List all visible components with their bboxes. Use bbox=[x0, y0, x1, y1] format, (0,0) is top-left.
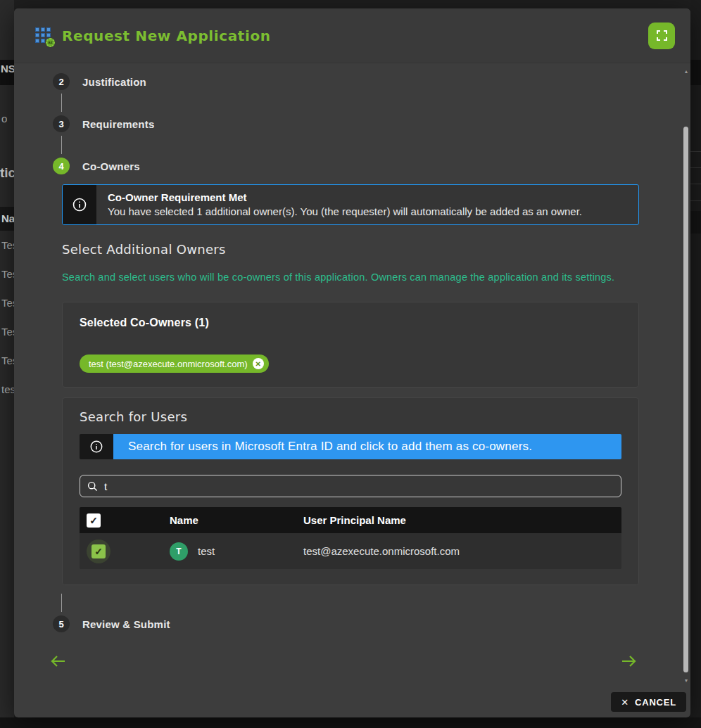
dialog-body: 2 Justification 3 Requirements 4 Co-Owne… bbox=[14, 63, 690, 670]
column-header-name: Name bbox=[170, 514, 303, 526]
step-number-badge-active: 4 bbox=[53, 158, 70, 174]
step-label: Review & Submit bbox=[82, 618, 170, 630]
background-peek-text: Na bbox=[1, 212, 15, 224]
background-page-bottom bbox=[0, 717, 701, 728]
checkbox-halo: ✓ bbox=[87, 539, 110, 563]
stepper-connector bbox=[61, 94, 62, 112]
selected-co-owners-card: Selected Co-Owners (1) test (test@azexec… bbox=[62, 302, 639, 388]
dialog-header: az Request New Application bbox=[14, 8, 690, 63]
banner-text: Search for users in Microsoft Entra ID a… bbox=[128, 440, 532, 454]
selected-owner-chip[interactable]: test (test@azexecute.onmicrosoft.com) ✕ bbox=[80, 355, 269, 373]
select-additional-owners-heading: Select Additional Owners bbox=[62, 242, 639, 257]
co-owner-helper-text: Search and select users who will be co-o… bbox=[62, 272, 639, 283]
dialog-scrollbar[interactable]: ▲ ▼ bbox=[683, 68, 690, 713]
background-divider bbox=[690, 167, 701, 168]
search-for-users-heading: Search for Users bbox=[80, 409, 621, 424]
stepper-step-justification[interactable]: 2 Justification bbox=[44, 73, 639, 90]
alert-text: Co-Owner Requirement Met You have select… bbox=[96, 185, 593, 224]
background-peek-text: tic bbox=[0, 165, 15, 181]
user-name: test bbox=[198, 545, 215, 557]
background-divider bbox=[690, 151, 701, 152]
row-checkbox[interactable]: ✓ bbox=[91, 544, 106, 558]
chip-remove-icon[interactable]: ✕ bbox=[253, 358, 264, 369]
user-results-table: ✓ Name User Principal Name ✓ T bbox=[80, 507, 621, 569]
expand-dialog-button[interactable] bbox=[648, 23, 675, 49]
user-search-box bbox=[80, 475, 621, 497]
column-header-upn: User Principal Name bbox=[303, 514, 621, 526]
alert-title: Co-Owner Requirement Met bbox=[108, 191, 582, 203]
next-arrow-button[interactable] bbox=[619, 652, 640, 670]
banner-icon-box bbox=[80, 434, 113, 459]
entra-search-banner: Search for users in Microsoft Entra ID a… bbox=[80, 434, 621, 459]
background-block-right bbox=[690, 211, 701, 234]
wizard-nav-row bbox=[44, 652, 640, 670]
request-new-application-dialog: az Request New Application 2 Justificati… bbox=[14, 8, 690, 717]
owner-chip-label: test (test@azexecute.onmicrosoft.com) bbox=[89, 359, 248, 369]
background-peek-text: tes bbox=[1, 383, 15, 395]
gear-icon: az bbox=[46, 38, 55, 47]
background-divider bbox=[690, 184, 701, 184]
dialog-title: Request New Application bbox=[62, 27, 271, 44]
step-number-badge: 5 bbox=[53, 615, 70, 632]
stepper-connector bbox=[61, 594, 62, 612]
alert-icon-box bbox=[63, 185, 96, 224]
close-icon: ✕ bbox=[621, 697, 629, 708]
arrow-right-icon bbox=[621, 655, 637, 668]
user-principal-name: test@azexecute.onmicrosoft.com bbox=[303, 545, 621, 557]
co-owner-requirement-alert: Co-Owner Requirement Met You have select… bbox=[62, 184, 639, 225]
scrollbar-thumb[interactable] bbox=[683, 127, 688, 672]
step-label: Requirements bbox=[82, 118, 154, 130]
step-label: Co-Owners bbox=[82, 160, 140, 172]
fullscreen-expand-icon bbox=[657, 30, 667, 41]
scroll-up-icon[interactable]: ▲ bbox=[683, 69, 690, 74]
selected-co-owners-heading: Selected Co-Owners (1) bbox=[80, 317, 621, 329]
banner-text-box: Search for users in Microsoft Entra ID a… bbox=[113, 434, 621, 459]
stepper-step-requirements[interactable]: 3 Requirements bbox=[44, 115, 639, 132]
background-peek-nav: NS bbox=[1, 63, 15, 75]
user-row[interactable]: ✓ T test test@azexecute.onmicrosoft.com bbox=[80, 533, 621, 569]
scroll-down-icon[interactable]: ▼ bbox=[683, 678, 690, 683]
arrow-left-icon bbox=[50, 655, 65, 668]
step-number-badge: 3 bbox=[53, 115, 70, 132]
cancel-button-label: CANCEL bbox=[635, 697, 676, 708]
user-avatar: T bbox=[170, 542, 188, 561]
info-icon bbox=[89, 440, 103, 454]
background-peek-text: o bbox=[1, 113, 7, 124]
background-page-right bbox=[690, 0, 701, 728]
stepper-step-review-submit[interactable]: 5 Review & Submit bbox=[44, 615, 639, 632]
background-divider bbox=[690, 200, 701, 201]
step-label: Justification bbox=[82, 76, 146, 88]
co-owners-step-content: Co-Owner Requirement Met You have select… bbox=[62, 184, 639, 585]
stepper-connector bbox=[61, 136, 62, 154]
cancel-button[interactable]: ✕ CANCEL bbox=[611, 692, 686, 712]
app-grid-icon: az bbox=[35, 27, 52, 44]
background-navbar-right bbox=[690, 60, 701, 85]
search-for-users-card: Search for Users Search for users in Mic… bbox=[62, 397, 639, 585]
info-icon bbox=[72, 197, 87, 212]
table-header-row: ✓ Name User Principal Name bbox=[80, 507, 621, 533]
select-all-checkbox[interactable]: ✓ bbox=[87, 513, 101, 528]
stepper-step-co-owners[interactable]: 4 Co-Owners bbox=[44, 158, 639, 174]
user-search-input[interactable] bbox=[104, 480, 614, 492]
back-arrow-button[interactable] bbox=[47, 652, 68, 670]
search-icon bbox=[87, 481, 98, 492]
step-number-badge: 2 bbox=[53, 73, 70, 90]
alert-body: You have selected 1 additional owner(s).… bbox=[108, 205, 582, 217]
